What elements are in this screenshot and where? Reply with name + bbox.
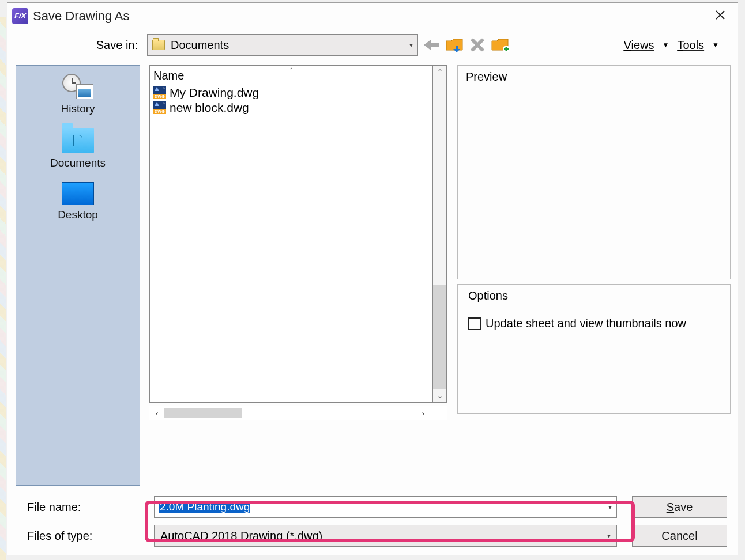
up-folder-button[interactable]	[445, 36, 464, 54]
scroll-down-arrow-icon[interactable]: ⌄	[433, 392, 446, 400]
save-button[interactable]: Save	[632, 496, 727, 518]
sidebar-history-label: History	[61, 103, 95, 115]
options-panel: Options Update sheet and view thumbnails…	[457, 284, 731, 414]
tools-menu[interactable]: Tools	[677, 39, 704, 52]
preview-title: Preview	[466, 70, 722, 84]
new-folder-button[interactable]	[491, 36, 510, 54]
sidebar-desktop[interactable]: Desktop	[16, 182, 140, 221]
chevron-down-icon: ▾	[409, 41, 413, 49]
options-title: Options	[468, 289, 720, 302]
tools-arrow-icon: ▼	[712, 41, 719, 49]
file-name-value: 2.0M Planting.dwg	[159, 501, 250, 513]
history-icon	[62, 74, 93, 99]
horizontal-scrollbar[interactable]: ‹ ›	[149, 406, 447, 420]
file-name-input[interactable]: 2.0M Planting.dwg ▾	[154, 496, 617, 518]
svg-rect-0	[456, 46, 458, 50]
sort-arrow-icon: ⌃	[289, 67, 294, 73]
desktop-icon	[62, 182, 94, 205]
chevron-down-icon: ▾	[607, 532, 611, 540]
sidebar-documents-label: Documents	[50, 157, 106, 169]
views-menu[interactable]: Views	[624, 39, 654, 52]
file-name: new block.dwg	[170, 101, 249, 115]
chevron-down-icon: ▾	[608, 503, 612, 511]
scrollbar-thumb[interactable]	[433, 285, 446, 389]
update-thumbnails-checkbox[interactable]	[468, 317, 481, 330]
dwg-file-icon: ™DWG	[153, 86, 166, 99]
right-panels: Preview Options Update sheet and view th…	[454, 60, 738, 490]
save-drawing-as-dialog: F/X Save Drawing As Save in: Documents ▾…	[7, 2, 738, 555]
main-area: History Documents Desktop ⌃ Name	[7, 60, 738, 490]
scrollbar-thumb[interactable]	[164, 408, 242, 418]
update-thumbnails-label: Update sheet and view thumbnails now	[486, 316, 686, 331]
file-list[interactable]: ⌃ Name ™DWG My Drawing.dwg ™DWG new bloc…	[149, 65, 433, 403]
file-name: My Drawing.dwg	[170, 86, 259, 100]
save-in-label: Save in:	[7, 39, 144, 52]
dwg-file-icon: ™DWG	[153, 101, 166, 114]
scroll-left-arrow-icon[interactable]: ‹	[149, 408, 164, 418]
preview-panel: Preview	[457, 65, 731, 279]
center-area: ⌃ Name ™DWG My Drawing.dwg ™DWG new bloc…	[140, 60, 454, 490]
fx-app-icon: F/X	[12, 8, 28, 24]
places-sidebar: History Documents Desktop	[16, 65, 140, 486]
file-row[interactable]: ™DWG new block.dwg	[153, 100, 429, 115]
file-type-label: Files of type:	[16, 529, 148, 543]
save-in-value: Documents	[171, 39, 229, 52]
scroll-right-arrow-icon[interactable]: ›	[416, 408, 431, 418]
titlebar: F/X Save Drawing As	[7, 3, 738, 29]
file-name-label: File name:	[16, 501, 148, 514]
file-row[interactable]: ™DWG My Drawing.dwg	[153, 85, 429, 100]
bottom-form: File name: 2.0M Planting.dwg ▾ Save File…	[7, 490, 738, 555]
delete-button[interactable]	[468, 36, 487, 54]
toolbar: Save in: Documents ▾ Views ▼ Tools ▼	[7, 29, 738, 60]
file-type-value: AutoCAD 2018 Drawing (*.dwg)	[160, 529, 322, 543]
dialog-title: Save Drawing As	[33, 9, 130, 24]
folder-icon	[152, 40, 165, 50]
save-in-combo[interactable]: Documents ▾	[147, 34, 418, 56]
close-button[interactable]	[708, 6, 733, 27]
views-arrow-icon: ▼	[663, 41, 669, 49]
sidebar-history[interactable]: History	[16, 74, 140, 115]
sidebar-documents[interactable]: Documents	[16, 128, 140, 169]
sidebar-desktop-label: Desktop	[58, 209, 98, 221]
file-type-combo[interactable]: AutoCAD 2018 Drawing (*.dwg) ▾	[154, 525, 617, 547]
documents-folder-icon	[62, 128, 94, 153]
cancel-button[interactable]: Cancel	[632, 525, 727, 547]
scroll-up-arrow-icon[interactable]: ⌃	[433, 68, 446, 76]
vertical-scrollbar[interactable]: ⌃ ⌄	[433, 65, 447, 403]
back-button[interactable]	[422, 36, 441, 54]
